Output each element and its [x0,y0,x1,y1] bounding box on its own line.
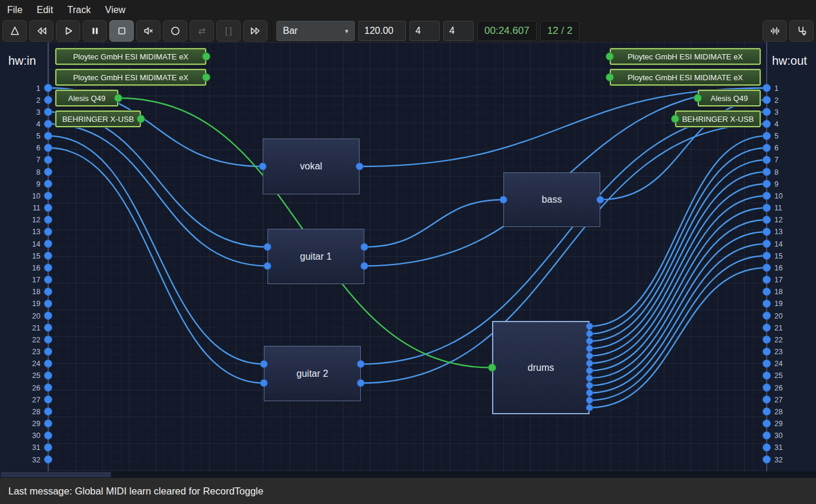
audio-port-dot[interactable] [357,361,364,368]
audio-port-dot[interactable] [763,443,771,451]
audio-port-dot[interactable] [587,375,593,382]
mute-button[interactable] [136,20,160,42]
fast-forward-button[interactable] [243,20,267,42]
audio-port-dot[interactable] [763,240,771,248]
audio-port-dot[interactable] [587,330,593,337]
audio-port-dot[interactable] [45,264,52,272]
audio-port-dot[interactable] [45,312,52,320]
audio-port-dot[interactable] [45,360,52,367]
audio-port-dot[interactable] [763,408,771,415]
audio-port-dot[interactable] [763,396,771,404]
audio-port-dot[interactable] [45,443,52,451]
audio-port-dot[interactable] [45,120,52,128]
audio-port-dot[interactable] [45,132,52,140]
audio-port-dot[interactable] [597,196,604,203]
play-button[interactable] [56,20,80,42]
audio-port-dot[interactable] [45,288,52,295]
audio-port-dot[interactable] [763,204,771,212]
audio-port-dot[interactable] [45,396,52,404]
audio-port-dot[interactable] [763,348,771,355]
audio-port-dot[interactable] [587,345,593,352]
audio-port-dot[interactable] [763,384,771,392]
audio-port-dot[interactable] [45,384,52,392]
audio-port-dot[interactable] [45,192,52,200]
audio-port-dot[interactable] [587,367,593,374]
audio-port-dot[interactable] [45,336,52,344]
audio-port-dot[interactable] [763,420,771,427]
audio-port-dot[interactable] [361,263,368,270]
audio-port-dot[interactable] [45,456,52,464]
pause-button[interactable] [83,20,107,42]
audio-port-dot[interactable] [45,348,52,355]
audio-port-dot[interactable] [763,264,771,272]
audio-meter-view-button[interactable] [763,20,787,42]
audio-port-dot[interactable] [763,192,771,200]
menu-file[interactable]: File [0,0,30,20]
audio-port-dot[interactable] [45,204,52,212]
audio-port-dot[interactable] [361,244,368,251]
audio-port-dot[interactable] [45,216,52,223]
audio-port-dot[interactable] [260,380,267,387]
midi-port-dot[interactable] [203,53,210,61]
audio-port-dot[interactable] [763,371,771,379]
audio-port-dot[interactable] [45,420,52,427]
midi-port-dot[interactable] [606,53,614,61]
audio-port-dot[interactable] [45,108,52,116]
audio-port-dot[interactable] [587,338,593,344]
audio-port-dot[interactable] [763,336,771,344]
bpm-field[interactable]: 120.00 [358,21,406,41]
audio-port-dot[interactable] [45,96,52,104]
menu-edit[interactable]: Edit [30,0,61,20]
audio-port-dot[interactable] [587,382,593,389]
audio-port-dot[interactable] [45,144,52,152]
audio-port-dot[interactable] [763,300,771,307]
audio-port-dot[interactable] [45,324,52,332]
audio-port-dot[interactable] [763,288,771,295]
audio-port-dot[interactable] [45,252,52,260]
audio-port-dot[interactable] [763,228,771,235]
audio-port-dot[interactable] [357,380,364,387]
loop-button[interactable]: ⇄ [190,20,214,42]
audio-port-dot[interactable] [587,404,593,411]
horizontal-scrollbar[interactable] [0,471,816,478]
audio-port-dot[interactable] [45,228,52,235]
audio-port-dot[interactable] [587,360,593,367]
midi-port-dot[interactable] [137,115,145,123]
stop-button[interactable] [109,20,134,42]
scrollbar-thumb[interactable] [1,472,111,477]
audio-port-dot[interactable] [45,408,52,415]
midi-port-dot[interactable] [203,74,210,81]
audio-port-dot[interactable] [45,156,52,163]
menu-track[interactable]: Track [60,0,97,20]
audio-port-dot[interactable] [763,96,771,104]
metronome-button[interactable] [2,20,27,42]
audio-port-dot[interactable] [763,431,771,439]
audio-port-dot[interactable] [264,263,271,270]
audio-port-dot[interactable] [264,244,271,251]
audio-port-dot[interactable] [763,144,771,152]
audio-port-dot[interactable] [763,252,771,260]
audio-port-dot[interactable] [45,168,52,176]
beats-per-bar-field[interactable]: 4 [409,21,440,41]
audio-port-dot[interactable] [587,397,593,404]
audio-port-dot[interactable] [45,371,52,379]
rewind-button[interactable] [29,20,53,42]
midi-port-dot[interactable] [606,74,614,81]
patchbay-canvas[interactable]: Ploytec GmbH ESI MIDIMATE eXPloytec GmbH… [0,42,816,478]
audio-port-dot[interactable] [260,361,267,368]
midi-port-dot[interactable] [672,115,679,123]
audio-port-dot[interactable] [259,163,266,170]
time-display[interactable]: 00:24.607 [477,21,537,41]
audio-port-dot[interactable] [763,324,771,332]
audio-port-dot[interactable] [45,276,52,284]
menu-view[interactable]: View [98,0,133,20]
audio-port-dot[interactable] [763,360,771,367]
audio-port-dot[interactable] [763,168,771,176]
audio-port-dot[interactable] [587,352,593,359]
audio-port-dot[interactable] [45,240,52,248]
audio-port-dot[interactable] [763,276,771,284]
midi-port-dot[interactable] [115,94,122,102]
audio-port-dot[interactable] [45,84,52,92]
patchbay-view-button[interactable] [789,20,814,42]
punch-button[interactable]: [ ] [216,20,241,42]
